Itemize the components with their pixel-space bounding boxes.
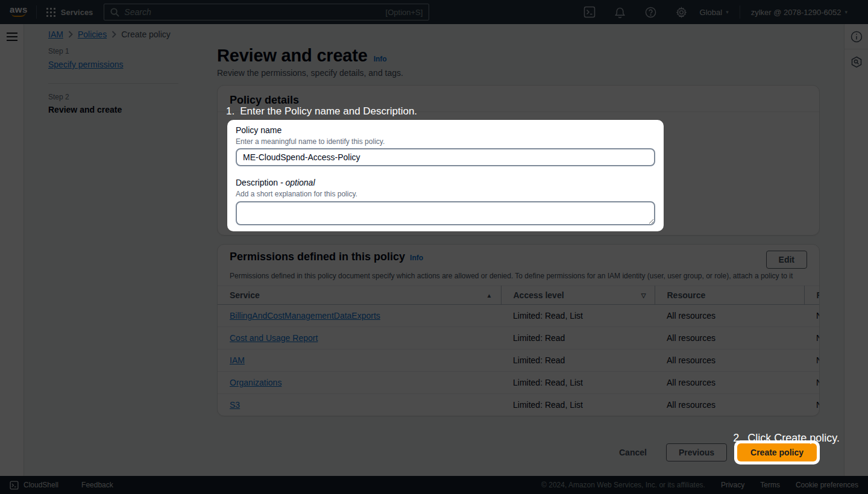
description-optional-label: - optional <box>280 178 315 187</box>
tutorial-dim-overlay <box>0 0 868 494</box>
description-label: Description - optional <box>236 177 655 189</box>
tutorial-step2-text: Click Create policy. <box>747 432 840 445</box>
policy-details-form-spotlight: Policy name Enter a meaningful name to i… <box>227 120 664 231</box>
description-textarea[interactable] <box>236 201 655 225</box>
policy-name-input[interactable] <box>236 148 655 166</box>
tutorial-step1-number: 1. <box>226 105 234 117</box>
tutorial-step2-number: 2. <box>733 432 742 445</box>
policy-name-help: Enter a meaningful name to identify this… <box>236 137 655 146</box>
policy-name-label: Policy name <box>236 124 655 136</box>
description-help: Add a short explanation for this policy. <box>236 189 655 199</box>
create-policy-button[interactable]: Create policy <box>737 443 817 461</box>
tutorial-step2-annotation: 2. Click Create policy. <box>733 432 840 445</box>
tutorial-step1-annotation: 1. Enter the Policy name and Description… <box>226 105 417 117</box>
tutorial-step1-text: Enter the Policy name and Description. <box>240 105 417 117</box>
aws-console-window: aws Services [Option+S] <box>0 0 868 494</box>
